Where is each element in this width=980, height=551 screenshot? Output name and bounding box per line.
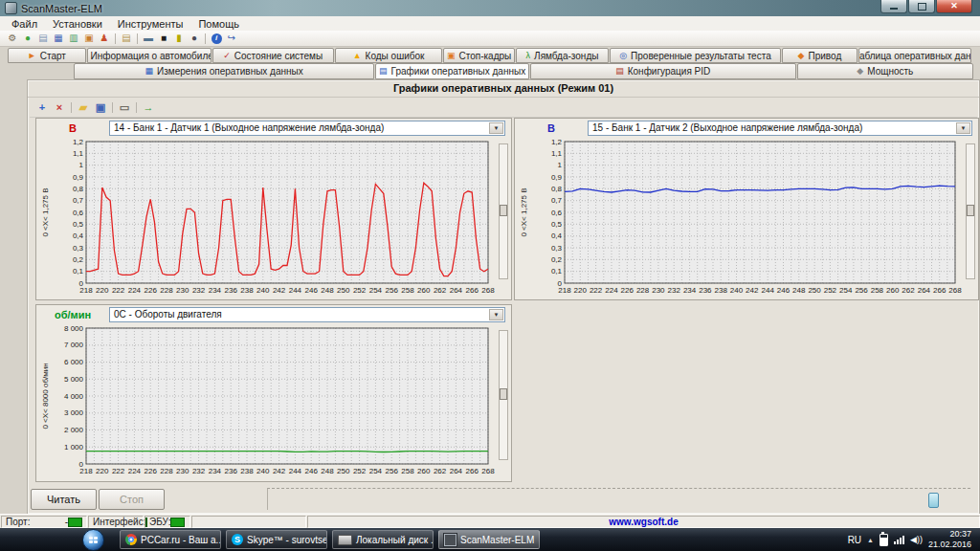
- svg-text:228: 228: [160, 467, 173, 475]
- slider-thumb[interactable]: [500, 388, 507, 400]
- vertical-zoom-slider[interactable]: [499, 330, 508, 460]
- tab-power[interactable]: ◆Мощность: [797, 63, 973, 79]
- print-icon[interactable]: ▭: [116, 99, 133, 115]
- close-button[interactable]: ✕: [936, 0, 972, 13]
- svg-text:236: 236: [225, 286, 238, 295]
- maximize-button[interactable]: [908, 0, 935, 13]
- svg-text:242: 242: [746, 286, 759, 295]
- svg-text:0,9: 0,9: [551, 173, 563, 182]
- svg-text:1,1: 1,1: [73, 149, 84, 158]
- svg-text:252: 252: [824, 286, 837, 295]
- svg-text:244: 244: [289, 467, 302, 475]
- svg-text:0 <X< 8000 об/мин: 0 <X< 8000 об/мин: [41, 363, 50, 429]
- tab-trouble-codes[interactable]: ▲Коды ошибок: [335, 48, 443, 63]
- tab-lambda-sensors[interactable]: λЛямбда-зонды: [516, 48, 609, 63]
- network-icon[interactable]: [894, 535, 904, 544]
- terminal-icon[interactable]: ■: [156, 32, 171, 45]
- read-button[interactable]: Читать: [31, 489, 97, 510]
- chevron-down-icon[interactable]: ▼: [489, 122, 503, 134]
- svg-text:266: 266: [466, 286, 479, 295]
- tab-vehicle-info[interactable]: iИнформация о автомобиле: [87, 48, 212, 63]
- chevron-down-icon[interactable]: ▼: [489, 309, 503, 320]
- menu-item-tools[interactable]: Инструменты: [110, 18, 191, 30]
- info-icon[interactable]: i: [209, 32, 224, 45]
- remove-graph-icon[interactable]: ×: [51, 99, 68, 115]
- pid-selector-3[interactable]: 0C - Обороты двигателя ▼: [109, 307, 505, 322]
- datatable-icon[interactable]: ▦: [51, 32, 66, 45]
- vertical-zoom-slider[interactable]: [499, 143, 508, 279]
- tab-label: Конфигурация PID: [628, 66, 711, 77]
- svg-text:248: 248: [792, 286, 806, 295]
- tab-freeze-frames[interactable]: ▣Стоп-кадры: [443, 48, 515, 63]
- tab-live-data-graphs[interactable]: ▤Графики оперативных данных: [375, 63, 529, 79]
- battery-icon[interactable]: ▮: [171, 32, 187, 45]
- volume-icon[interactable]: ◀)): [910, 535, 923, 544]
- svg-text:234: 234: [209, 467, 222, 475]
- slider-thumb[interactable]: [500, 205, 507, 216]
- toolbar-separator: [205, 33, 206, 44]
- tab-test-results[interactable]: ◎Проверенные результаты теста: [610, 48, 781, 63]
- taskbar-item-label: ScanMaster-ELM: [460, 535, 534, 545]
- user-icon[interactable]: ♟: [97, 32, 112, 45]
- unit-label: В: [515, 122, 588, 134]
- add-graph-icon[interactable]: +: [33, 99, 51, 115]
- tray-date: 21.02.2016: [928, 540, 971, 550]
- svg-text:1 000: 1 000: [64, 443, 84, 452]
- chat-icon[interactable]: ▬: [141, 32, 156, 45]
- tab-live-data-measure[interactable]: ▦Измерения оперативных данных: [74, 63, 374, 79]
- taskbar-item-scanmaster[interactable]: ScanMaster-ELM: [438, 530, 540, 549]
- menu-item-file[interactable]: Файл: [4, 18, 45, 30]
- website-link[interactable]: www.wgsoft.de: [609, 517, 678, 527]
- chevron-down-icon[interactable]: ▼: [956, 122, 970, 134]
- pid-selector-value: 15 - Банк 1 - Датчик 2 (Выходное напряже…: [592, 122, 862, 133]
- timeline-slider[interactable]: [267, 488, 970, 510]
- export-icon[interactable]: →: [140, 99, 157, 115]
- chart-icon: ▤: [379, 67, 388, 76]
- svg-text:224: 224: [128, 286, 142, 295]
- screenshot-icon[interactable]: ▣: [81, 32, 97, 45]
- pid-selector-2[interactable]: 15 - Банк 1 - Датчик 2 (Выходное напряже…: [588, 121, 972, 136]
- timeline-slider-thumb[interactable]: [928, 493, 939, 508]
- graph-icon[interactable]: ▥: [66, 32, 81, 45]
- stop-button[interactable]: Стоп: [99, 489, 165, 510]
- globe-dark-icon[interactable]: ●: [187, 32, 202, 45]
- report-icon[interactable]: ▤: [35, 32, 51, 45]
- window-controls: ✕: [880, 0, 972, 13]
- open-folder-icon[interactable]: ▰: [75, 99, 92, 115]
- pid-selector-1[interactable]: 14 - Банк 1 - Датчик 1 (Выходное напряже…: [109, 121, 505, 136]
- connect-icon[interactable]: ⚙: [5, 32, 20, 45]
- taskbar-item-skype[interactable]: S Skype™ - surovtse...: [226, 530, 327, 549]
- svg-text:260: 260: [417, 467, 431, 475]
- tab-start[interactable]: ►Старт: [8, 48, 86, 63]
- tab-actuators[interactable]: ◆Привод: [782, 48, 858, 63]
- tab-system-status[interactable]: ✓Состояние системы: [212, 48, 334, 63]
- taskbar-item-chrome[interactable]: PCCar.ru - Ваш а...: [120, 530, 221, 549]
- menu-item-settings[interactable]: Установки: [45, 18, 110, 30]
- chart-svg-rpm: 01 0002 0003 0004 0005 0006 0007 0008 00…: [38, 323, 496, 476]
- save-icon[interactable]: ▣: [92, 99, 109, 115]
- tab-live-data-table[interactable]: ▦Таблица оперативных данных: [858, 48, 971, 63]
- vertical-zoom-slider[interactable]: [966, 143, 975, 279]
- clock[interactable]: 20:37 21.02.2016: [928, 529, 975, 551]
- svg-text:222: 222: [112, 286, 125, 295]
- slider-thumb[interactable]: [967, 205, 974, 216]
- svg-text:228: 228: [160, 286, 173, 295]
- clipboard-icon[interactable]: ▤: [119, 32, 134, 45]
- taskbar-item-explorer[interactable]: Локальный диск ...: [332, 530, 434, 549]
- exit-icon[interactable]: ↪: [224, 32, 239, 45]
- svg-text:240: 240: [256, 286, 270, 295]
- menu-item-help[interactable]: Помощь: [190, 18, 247, 30]
- svg-text:264: 264: [918, 286, 931, 295]
- minimize-button[interactable]: [880, 0, 907, 13]
- web-icon[interactable]: ●: [20, 32, 35, 45]
- svg-text:234: 234: [209, 286, 222, 295]
- tray-time: 20:37: [928, 529, 971, 540]
- svg-text:224: 224: [605, 286, 618, 295]
- toolbar-separator: [115, 33, 116, 44]
- battery-icon[interactable]: [880, 534, 888, 546]
- language-indicator[interactable]: RU: [848, 535, 861, 545]
- start-button[interactable]: [82, 529, 104, 551]
- port-led: [68, 518, 82, 527]
- tray-expand-icon[interactable]: ▲: [867, 537, 874, 543]
- tab-pid-config[interactable]: ▤Конфигурация PID: [530, 63, 796, 79]
